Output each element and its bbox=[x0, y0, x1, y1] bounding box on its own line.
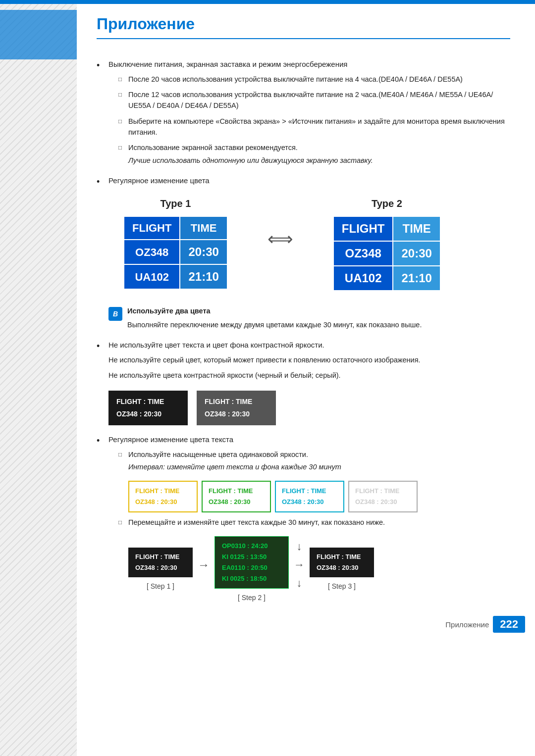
note-line2: Выполняйте переключение между двумя цвет… bbox=[127, 320, 422, 331]
step2-label: [ Step 2 ] bbox=[238, 593, 266, 603]
type1-label: Type 1 bbox=[160, 196, 191, 211]
step3-block: FLIGHT : TIME OZ348 : 20:30 [ Step 3 ] bbox=[310, 548, 374, 592]
type2-oz348: OZ348 bbox=[333, 241, 393, 266]
step2-line4: KI 0025 : 18:50 bbox=[222, 573, 281, 584]
type2-block: Type 2 FLIGHT TIME OZ348 20:30 UA102 21: bbox=[333, 196, 441, 291]
step1-block: FLIGHT : TIME OZ348 : 20:30 [ Step 1 ] bbox=[128, 548, 193, 592]
down-arrow-2: ↓ bbox=[297, 575, 302, 591]
type1-time-header: TIME bbox=[180, 216, 227, 240]
sub-item-1-2: После 12 часов использования устройства … bbox=[118, 90, 510, 111]
sidebar-blue-block bbox=[0, 10, 77, 59]
table-row: UA102 21:10 bbox=[124, 264, 227, 289]
note-section: B Используйте два цвета Выполняйте перек… bbox=[108, 306, 510, 331]
bullet-2-text: Регулярное изменение цвета bbox=[108, 176, 210, 185]
page-title: Приложение bbox=[97, 15, 510, 39]
color-box-white: FLIGHT : TIME OZ348 : 20:30 bbox=[348, 481, 418, 512]
color-box-yellow-line2: OZ348 : 20:30 bbox=[135, 497, 191, 507]
type1-2110: 21:10 bbox=[180, 264, 227, 289]
type-arrow: ⟺ bbox=[268, 196, 293, 252]
step2-box: OP0310 : 24:20 KI 0125 : 13:50 EA0110 : … bbox=[214, 536, 289, 589]
color-box-green: FLIGHT : TIME OZ348 : 20:30 bbox=[202, 481, 271, 512]
color-box-cyan-line1: FLIGHT : TIME bbox=[282, 486, 337, 497]
main-bullet-list: Выключение питания, экранная заставка и … bbox=[97, 59, 510, 603]
type1-2030: 20:30 bbox=[180, 240, 227, 264]
color-box-green-line1: FLIGHT : TIME bbox=[209, 486, 264, 497]
table-row: OZ348 20:30 bbox=[333, 241, 440, 266]
table-row: OZ348 20:30 bbox=[124, 240, 227, 264]
right-arrow-2: → bbox=[294, 556, 305, 573]
step3-box: FLIGHT : TIME OZ348 : 20:30 bbox=[310, 548, 374, 577]
type2-table: FLIGHT TIME OZ348 20:30 UA102 21:10 bbox=[333, 216, 441, 291]
sub-item-4-2-text: Перемещайте и изменяйте цвет текста кажд… bbox=[128, 518, 385, 526]
bullet-item-2: Регулярное изменение цвета Type 1 FLIGHT… bbox=[97, 175, 510, 331]
type1-flight-header: FLIGHT bbox=[124, 216, 180, 240]
page-number: 222 bbox=[493, 616, 525, 633]
footer-label: Приложение bbox=[445, 620, 489, 629]
sub-list-4: Используйте насыщенные цвета одинаковой … bbox=[118, 450, 510, 604]
color-box-cyan: FLIGHT : TIME OZ348 : 20:30 bbox=[275, 481, 344, 512]
bullet-3-text: Не используйте цвет текста и цвет фона к… bbox=[108, 341, 324, 349]
warn-box-2-line2: OZ348 : 20:30 bbox=[205, 408, 268, 420]
sub-item-1-4: Использование экранной заставки рекоменд… bbox=[118, 143, 510, 166]
sub-item-1-1-text: После 20 часов использования устройства … bbox=[128, 75, 463, 83]
steps-section: FLIGHT : TIME OZ348 : 20:30 [ Step 1 ] →… bbox=[128, 536, 510, 603]
type1-table: FLIGHT TIME OZ348 20:30 UA102 21:10 bbox=[123, 216, 228, 290]
sub-item-4-1: Используйте насыщенные цвета одинаковой … bbox=[118, 450, 510, 513]
bullet-item-1: Выключение питания, экранная заставка и … bbox=[97, 59, 510, 166]
note-icon: B bbox=[108, 307, 122, 321]
warn-box-group: FLIGHT : TIME OZ348 : 20:30 FLIGHT : TIM… bbox=[108, 391, 510, 425]
warn-box-1-line1: FLIGHT : TIME bbox=[116, 396, 180, 408]
bullet-3-extra2: Не используйте цвета контрастной яркости… bbox=[108, 370, 510, 381]
warn-box-2: FLIGHT : TIME OZ348 : 20:30 bbox=[197, 391, 276, 425]
type2-flight-header: FLIGHT bbox=[333, 216, 393, 241]
type2-time-header: TIME bbox=[393, 216, 440, 241]
note-text-block: Используйте два цвета Выполняйте переклю… bbox=[127, 306, 422, 331]
bullet-4-text: Регулярное изменение цвета текста bbox=[108, 435, 233, 444]
sub-item-1-3: Выберите на компьютере «Свойства экрана»… bbox=[118, 116, 510, 138]
step2-line3: EA0110 : 20:50 bbox=[222, 562, 281, 573]
color-boxes-group: FLIGHT : TIME OZ348 : 20:30 FLIGHT : TIM… bbox=[128, 481, 510, 512]
step2-arrows: ↓ → ↓ bbox=[294, 538, 305, 591]
step3-label: [ Step 3 ] bbox=[328, 581, 356, 592]
color-box-white-line1: FLIGHT : TIME bbox=[355, 486, 411, 497]
table-row: FLIGHT TIME bbox=[124, 216, 227, 240]
left-sidebar bbox=[0, 0, 77, 756]
type-comparison: Type 1 FLIGHT TIME OZ348 20:30 UA102 21: bbox=[108, 196, 510, 291]
bullet-item-4: Регулярное изменение цвета текста Исполь… bbox=[97, 434, 510, 603]
note-icon-letter: B bbox=[113, 309, 118, 319]
bullet-3-extra: Не используйте серый цвет, который может… bbox=[108, 354, 510, 366]
step3-line2: OZ348 : 20:30 bbox=[317, 562, 367, 573]
type2-2110: 21:10 bbox=[393, 266, 440, 291]
step3-line1: FLIGHT : TIME bbox=[317, 552, 367, 562]
sub-item-1-3-text: Выберите на компьютере «Свойства экрана»… bbox=[128, 117, 505, 136]
step1-label: [ Step 1 ] bbox=[147, 581, 174, 592]
table-row: UA102 21:10 bbox=[333, 266, 440, 291]
down-arrow-1: ↓ bbox=[297, 538, 302, 554]
bullet-1-text: Выключение питания, экранная заставка и … bbox=[108, 60, 347, 68]
sub-list-1: После 20 часов использования устройства … bbox=[118, 74, 510, 166]
sub-item-1-4-text: Использование экранной заставки рекоменд… bbox=[128, 144, 298, 151]
type1-oz348: OZ348 bbox=[124, 240, 180, 264]
warn-box-1-line2: OZ348 : 20:30 bbox=[116, 408, 180, 420]
type2-ua102: UA102 bbox=[333, 266, 393, 291]
note-line1: Используйте два цвета bbox=[127, 307, 211, 315]
type2-label: Type 2 bbox=[372, 196, 402, 211]
step2-line2: KI 0125 : 13:50 bbox=[222, 552, 281, 562]
step1-arrow: → bbox=[198, 556, 210, 574]
step2-block: OP0310 : 24:20 KI 0125 : 13:50 EA0110 : … bbox=[214, 536, 289, 603]
color-box-yellow-line1: FLIGHT : TIME bbox=[135, 486, 191, 497]
sub-item-4-1-italic: Интервал: изменяйте цвет текста и фона к… bbox=[128, 462, 510, 473]
step1-line2: OZ348 : 20:30 bbox=[135, 562, 186, 573]
step1-line1: FLIGHT : TIME bbox=[135, 552, 186, 562]
warn-box-2-line1: FLIGHT : TIME bbox=[205, 396, 268, 408]
type1-block: Type 1 FLIGHT TIME OZ348 20:30 UA102 21: bbox=[123, 196, 228, 290]
color-box-cyan-line2: OZ348 : 20:30 bbox=[282, 497, 337, 507]
color-box-green-line2: OZ348 : 20:30 bbox=[209, 497, 264, 507]
sub-item-1-2-text: После 12 часов использования устройства … bbox=[128, 91, 493, 109]
warn-box-1: FLIGHT : TIME OZ348 : 20:30 bbox=[108, 391, 188, 425]
color-box-yellow: FLIGHT : TIME OZ348 : 20:30 bbox=[128, 481, 198, 512]
page-footer: Приложение 222 bbox=[445, 616, 525, 633]
bullet-item-3: Не используйте цвет текста и цвет фона к… bbox=[97, 340, 510, 425]
type1-ua102: UA102 bbox=[124, 264, 180, 289]
color-box-white-line2: OZ348 : 20:30 bbox=[355, 497, 411, 507]
